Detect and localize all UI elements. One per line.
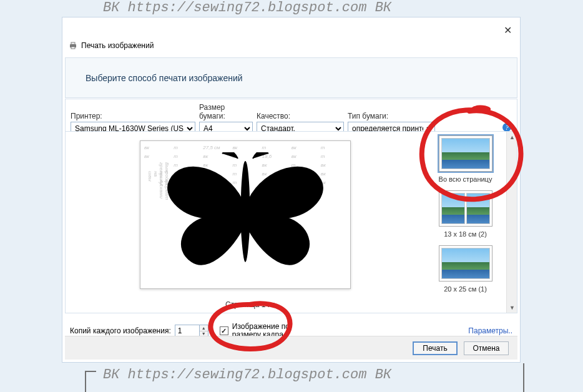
layouts-pane: ▲ ▼ Во всю страницу 13 x 18 см (2) 20 x … (424, 131, 517, 313)
print-dialog: ✕ Печать изображений Выберите способ печ… (62, 17, 521, 363)
cancel-button[interactable]: Отмена (464, 341, 509, 355)
copies-input[interactable] (175, 325, 200, 337)
layout-label: 13 x 18 см (2) (431, 230, 501, 238)
layout-full-page[interactable]: Во всю страницу (431, 135, 501, 183)
bg-line (523, 363, 524, 392)
paper-size-label: Размер бумаги: (199, 103, 253, 120)
copies-spinner[interactable]: ▲▼ (200, 325, 208, 337)
scroll-down-icon[interactable]: ▼ (507, 302, 517, 313)
fit-checkbox[interactable]: ✓ (220, 326, 228, 335)
spinner-up-icon[interactable]: ▲ (200, 325, 208, 331)
butterfly-icon (164, 152, 326, 277)
page-counter: Страница 1 из (66, 300, 435, 309)
scrollbar[interactable]: ▲ ▼ (506, 132, 517, 313)
params-link[interactable]: Параметры.. (468, 326, 512, 335)
bg-line (85, 371, 96, 372)
svg-text:?: ? (505, 124, 509, 131)
svg-rect-2 (71, 47, 75, 49)
printer-icon (69, 41, 77, 50)
dialog-title-row: Печать изображений (69, 41, 154, 50)
close-icon[interactable]: ✕ (500, 22, 515, 37)
print-button[interactable]: Печать (413, 341, 458, 355)
action-bar: Печать Отмена (65, 336, 517, 360)
bg-line (85, 371, 86, 392)
preview-page: вкm27,5 смвкmвкm вкmвкm19,6вкm Выкройка … (140, 140, 351, 289)
copies-label: Копий каждого изображения: (70, 326, 171, 335)
banner-text: Выберите способ печати изображений (86, 73, 243, 83)
dialog-title: Печать изображений (81, 41, 154, 50)
printer-label: Принтер: (71, 112, 195, 120)
layout-label: 20 x 25 см (1) (431, 285, 501, 293)
paper-type-label: Тип бумаги: (348, 112, 435, 120)
svg-rect-1 (71, 42, 75, 44)
watermark-top: ВК https://sewing72.blogspot.com ВК (103, 0, 391, 16)
layout-label: Во всю страницу (431, 175, 501, 183)
banner: Выберите способ печати изображений (65, 57, 517, 98)
layout-20x25[interactable]: 20 x 25 см (1) (431, 245, 501, 293)
scroll-up-icon[interactable]: ▲ (507, 132, 517, 142)
watermark-bottom: ВК https://sewing72.blogspot.com ВК (103, 367, 391, 383)
layout-13x18[interactable]: 13 x 18 см (2) (431, 190, 501, 238)
preview-area: вкm27,5 смвкmвкm вкmвкm19,6вкm Выкройка … (65, 131, 436, 313)
quality-label: Качество: (257, 112, 344, 120)
